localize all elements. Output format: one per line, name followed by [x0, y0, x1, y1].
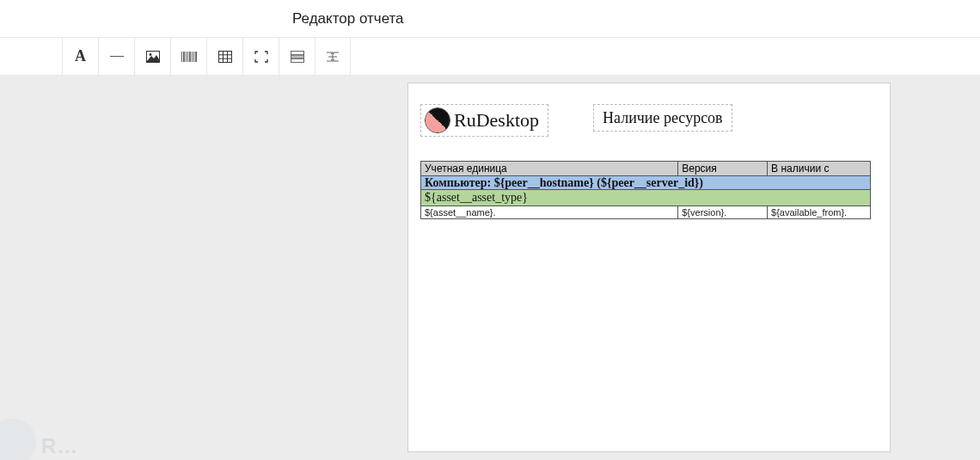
row-icon — [291, 51, 304, 63]
svg-point-1 — [149, 53, 151, 56]
barcode-icon — [181, 51, 197, 63]
table-header-cell: В наличии с — [768, 162, 871, 176]
text-tool[interactable]: A — [62, 38, 98, 75]
image-icon — [146, 51, 160, 63]
data-cell: ${asset__name}. — [421, 206, 678, 219]
window-titlebar: Редактор отчета — [0, 0, 980, 38]
svg-rect-7 — [192, 52, 193, 62]
svg-rect-8 — [193, 52, 194, 62]
report-canvas[interactable]: RuDesktop Наличие ресурсов Учетная едини… — [407, 83, 891, 452]
brand-box[interactable]: RuDesktop — [420, 104, 548, 137]
svg-rect-6 — [189, 52, 191, 62]
report-title: Наличие ресурсов — [603, 109, 723, 127]
group-cell: Компьютер: ${peer__hostname} (${peer__se… — [421, 176, 871, 190]
bounds-tool[interactable] — [242, 38, 279, 75]
subgroup-row[interactable]: ${asset__asset_type} — [421, 190, 871, 206]
table-header-row: Учетная единица Версия В наличии с — [421, 162, 871, 176]
table-header-cell: Версия — [678, 162, 768, 176]
spacer-tool[interactable] — [315, 38, 351, 75]
table-header-cell: Учетная единица — [421, 162, 678, 176]
subgroup-cell: ${asset__asset_type} — [421, 190, 871, 206]
barcode-tool[interactable] — [170, 38, 206, 75]
image-tool[interactable] — [134, 38, 170, 75]
report-title-box[interactable]: Наличие ресурсов — [593, 104, 732, 132]
row-tool[interactable] — [279, 38, 315, 75]
svg-rect-3 — [183, 52, 185, 62]
table-tool[interactable] — [206, 38, 242, 75]
group-row[interactable]: Компьютер: ${peer__hostname} (${peer__se… — [421, 176, 871, 190]
bounds-icon — [254, 51, 268, 63]
line-icon — [110, 56, 124, 57]
table-icon — [218, 51, 232, 63]
window-title: Редактор отчета — [292, 10, 404, 28]
brand-logo-icon — [425, 107, 450, 133]
spacer-icon — [326, 51, 340, 63]
workspace[interactable]: R… RuDesktop Наличие ресурсов Учетная ед… — [0, 76, 980, 460]
data-cell: ${available_from}. — [768, 206, 871, 219]
data-row[interactable]: ${asset__name}. ${version}. ${available_… — [421, 206, 871, 219]
svg-rect-5 — [187, 52, 188, 62]
svg-rect-2 — [181, 52, 182, 62]
svg-rect-16 — [291, 54, 303, 58]
brand-text: RuDesktop — [454, 109, 539, 132]
line-tool[interactable] — [98, 38, 134, 75]
text-icon: A — [75, 47, 86, 65]
report-table[interactable]: Учетная единица Версия В наличии с Компь… — [420, 161, 871, 219]
svg-rect-9 — [195, 52, 197, 62]
report-header: RuDesktop Наличие ресурсов — [420, 104, 878, 137]
watermark-text: R… — [41, 434, 78, 458]
svg-rect-4 — [186, 52, 187, 62]
svg-rect-10 — [218, 51, 231, 62]
toolbar: A — [0, 38, 980, 76]
watermark-circle — [0, 419, 36, 460]
data-cell: ${version}. — [678, 206, 768, 219]
